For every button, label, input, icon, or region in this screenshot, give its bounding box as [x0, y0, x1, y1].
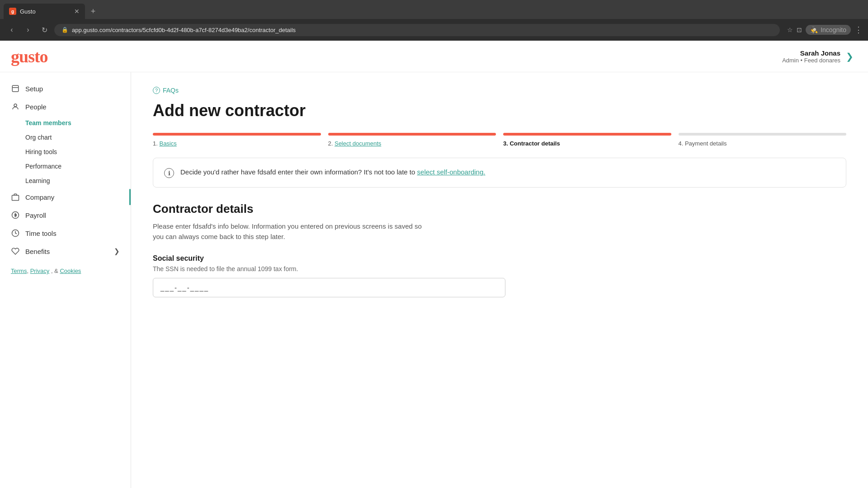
step-select-documents-label: 2. Select documents — [328, 140, 496, 147]
contractor-details-desc-2: you can always come back to this step la… — [153, 233, 285, 240]
ssn-placeholder: ___-__-____ — [160, 284, 209, 291]
cookies-link[interactable]: Cookies — [60, 267, 81, 274]
user-name: Sarah Jonas — [782, 49, 840, 57]
sidebar-item-benefits[interactable]: Benefits ❯ — [0, 242, 131, 260]
step-payment-details-number: 4. Payment details — [679, 140, 727, 147]
browser-extras: ☆ ⊡ 🕵 Incognito ⋮ — [787, 25, 863, 35]
app-header: gusto Sarah Jonas Admin • Feed donares ❯ — [0, 41, 868, 72]
sidebar-label-benefits: Benefits — [25, 248, 50, 255]
sidebar-label-company: Company — [25, 193, 54, 201]
gusto-logo[interactable]: gusto — [11, 47, 48, 66]
info-box-text-before: Decide you'd rather have fdsafd enter th… — [180, 168, 415, 176]
browser-nav: ‹ › ↻ 🔒 app.gusto.com/contractors/5cfcfd… — [0, 19, 868, 41]
step-contractor-details-label: 3. Contractor details — [503, 140, 671, 147]
tab-favicon: g — [9, 8, 16, 15]
step-contractor-details-bar — [503, 133, 671, 136]
svg-rect-2 — [12, 195, 19, 200]
incognito-label: Incognito — [821, 26, 846, 33]
sidebar-label-people: People — [25, 103, 47, 111]
address-lock-icon: 🔒 — [61, 27, 68, 33]
info-box: ℹ Decide you'd rather have fdsafd enter … — [153, 158, 846, 188]
sidebar-label-org-chart: Org chart — [25, 134, 52, 141]
step-contractor-details-number: 3. Contractor details — [503, 140, 560, 147]
sidebar-label-team-members: Team members — [25, 119, 71, 127]
user-menu[interactable]: Sarah Jonas Admin • Feed donares ❯ — [782, 49, 854, 64]
address-bar[interactable]: 🔒 app.gusto.com/contractors/5cfcfd0b-4d2… — [54, 24, 780, 36]
self-onboarding-link[interactable]: select self-onboarding. — [417, 168, 486, 176]
user-role: Admin • Feed donares — [782, 57, 840, 64]
contractor-details-title: Contractor details — [153, 202, 846, 216]
incognito-icon: 🕵 — [810, 26, 818, 33]
sidebar-item-performance[interactable]: Performance — [0, 159, 131, 174]
tab-close-button[interactable]: ✕ — [74, 8, 80, 15]
sidebar-item-payroll[interactable]: Payroll — [0, 206, 131, 224]
tab-bar: g Gusto ✕ + — [0, 0, 868, 19]
incognito-badge[interactable]: 🕵 Incognito — [806, 25, 851, 35]
info-box-icon: ℹ — [164, 168, 174, 178]
page-title: Add new contractor — [153, 101, 846, 120]
sidebar-item-setup[interactable]: Setup — [0, 80, 131, 98]
step-select-documents: 2. Select documents — [328, 133, 496, 147]
app-body: Setup People Team members Org chart Hiri… — [0, 72, 868, 488]
footer-and: , & — [51, 267, 60, 274]
info-box-text: Decide you'd rather have fdsafd enter th… — [180, 167, 485, 178]
company-icon — [11, 192, 20, 202]
faqs-label: FAQs — [163, 87, 179, 94]
sidebar-item-people[interactable]: People — [0, 98, 131, 116]
step-contractor-details: 3. Contractor details — [503, 133, 671, 147]
sidebar-label-hiring-tools: Hiring tools — [25, 148, 57, 155]
sidebar-item-team-members[interactable]: Team members — [0, 116, 131, 130]
user-menu-chevron-icon[interactable]: ❯ — [846, 51, 854, 62]
benefits-icon — [11, 247, 20, 256]
active-tab[interactable]: g Gusto ✕ — [4, 4, 85, 19]
step-basics: 1. Basics — [153, 133, 321, 147]
time-tools-icon — [11, 229, 20, 238]
sidebar: Setup People Team members Org chart Hiri… — [0, 72, 131, 488]
contractor-details-desc: Please enter fdsafd's info below. Inform… — [153, 221, 846, 242]
sidebar-label-performance: Performance — [25, 163, 61, 170]
new-tab-button[interactable]: + — [87, 5, 99, 18]
active-sidebar-indicator — [129, 189, 131, 205]
split-view-icon[interactable]: ⊡ — [797, 26, 802, 33]
sidebar-item-learning[interactable]: Learning — [0, 174, 131, 188]
sidebar-label-time-tools: Time tools — [25, 230, 57, 237]
contractor-details-desc-1: Please enter fdsafd's info below. Inform… — [153, 222, 422, 230]
step-payment-details: 4. Payment details — [679, 133, 847, 147]
sidebar-label-learning: Learning — [25, 177, 50, 184]
svg-point-1 — [14, 104, 17, 107]
refresh-button[interactable]: ↻ — [38, 23, 51, 36]
separator1: , — [27, 267, 28, 274]
sidebar-item-time-tools[interactable]: Time tools — [0, 224, 131, 242]
sidebar-item-hiring-tools[interactable]: Hiring tools — [0, 145, 131, 159]
user-info: Sarah Jonas Admin • Feed donares — [782, 49, 840, 64]
sidebar-item-company[interactable]: Company — [0, 188, 131, 206]
sidebar-footer: Terms, Privacy , & Cookies — [0, 260, 131, 282]
social-security-label: Social security — [153, 254, 846, 263]
terms-link[interactable]: Terms — [11, 267, 27, 274]
forward-button[interactable]: › — [22, 23, 34, 36]
back-button[interactable]: ‹ — [5, 23, 18, 36]
sidebar-label-payroll: Payroll — [25, 211, 46, 219]
step-basics-label: 1. Basics — [153, 140, 321, 147]
sidebar-label-setup: Setup — [25, 85, 43, 93]
faqs-link[interactable]: ? FAQs — [153, 87, 846, 94]
step-select-documents-bar — [328, 133, 496, 136]
step-basics-number: 1. — [153, 140, 159, 147]
ssn-input[interactable]: ___-__-____ — [153, 278, 505, 297]
social-security-desc: The SSN is needed to file the annual 109… — [153, 265, 846, 272]
privacy-link[interactable]: Privacy — [30, 267, 50, 274]
svg-rect-0 — [12, 85, 19, 92]
step-payment-details-label: 4. Payment details — [679, 140, 847, 147]
step-basics-bar — [153, 133, 321, 136]
menu-icon[interactable]: ⋮ — [854, 25, 863, 35]
info-circle-icon: ? — [153, 87, 160, 94]
sidebar-item-org-chart[interactable]: Org chart — [0, 130, 131, 145]
browser-chrome: g Gusto ✕ + ‹ › ↻ 🔒 app.gusto.com/contra… — [0, 0, 868, 41]
step-basics-link[interactable]: Basics — [159, 140, 176, 147]
step-select-documents-link[interactable]: Select documents — [335, 140, 381, 147]
step-payment-details-bar — [679, 133, 847, 136]
bookmark-icon[interactable]: ☆ — [787, 26, 793, 33]
people-icon — [11, 102, 20, 111]
main-content: ? FAQs Add new contractor 1. Basics — [131, 72, 868, 488]
tab-label: Gusto — [20, 8, 36, 15]
